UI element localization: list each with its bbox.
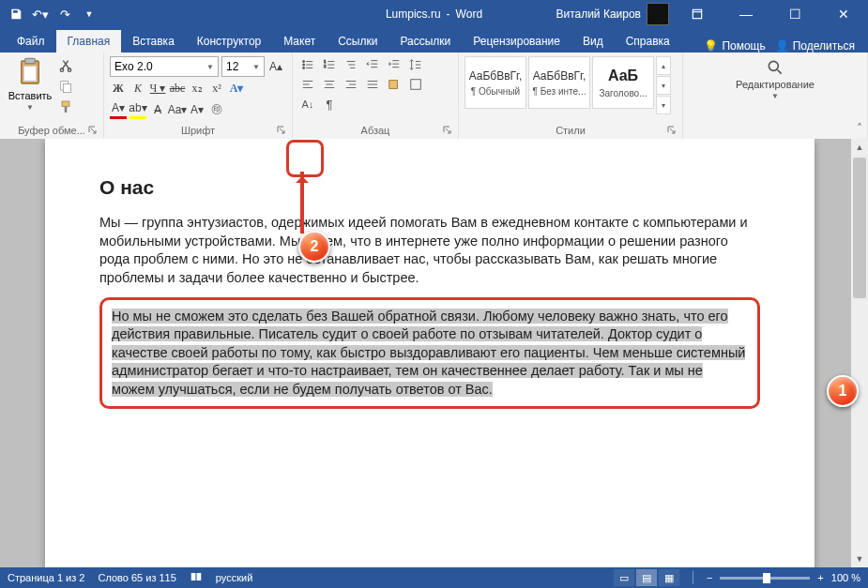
highlight-button[interactable]: ab▾	[129, 99, 146, 119]
scroll-down-icon[interactable]: ▼	[851, 550, 868, 567]
copy-icon[interactable]	[58, 79, 73, 94]
selection-annotation: Но мы не сможем это сделать без Вашей об…	[99, 297, 760, 410]
tab-file[interactable]: Файл	[6, 30, 56, 53]
style-normal[interactable]: АаБбВвГг,¶ Обычный	[464, 56, 526, 109]
zoom-level[interactable]: 100 %	[831, 572, 860, 583]
justify-icon[interactable]	[363, 76, 382, 93]
status-language[interactable]: русский	[216, 572, 252, 583]
align-right-icon[interactable]	[342, 76, 360, 93]
zoom-out-button[interactable]: −	[707, 572, 712, 583]
tab-insert[interactable]: Вставка	[121, 30, 186, 53]
scroll-up-icon[interactable]: ▲	[851, 139, 868, 156]
tab-references[interactable]: Ссылки	[327, 30, 388, 53]
superscript-button[interactable]: x²	[208, 80, 225, 97]
minimize-button[interactable]: —	[725, 0, 767, 28]
styles-launcher-icon[interactable]	[665, 124, 678, 137]
shading-icon[interactable]	[385, 76, 404, 93]
spellcheck-icon[interactable]	[190, 570, 203, 585]
zoom-slider[interactable]	[720, 577, 810, 580]
format-painter-icon[interactable]	[58, 99, 73, 114]
font-size-combo[interactable]: 12▼	[221, 56, 265, 77]
subscript-button[interactable]: x₂	[189, 80, 206, 97]
callout-1: 1	[827, 375, 859, 407]
tab-mailings[interactable]: Рассылки	[388, 30, 462, 53]
svg-point-11	[303, 64, 305, 66]
help-button[interactable]: 💡 Помощь	[704, 39, 765, 53]
annotation-arrow	[300, 172, 304, 234]
zoom-in-button[interactable]: +	[817, 572, 823, 583]
tab-design[interactable]: Конструктор	[186, 30, 272, 53]
tab-review[interactable]: Рецензирование	[462, 30, 571, 53]
paragraph-launcher-icon[interactable]	[441, 124, 454, 137]
maximize-button[interactable]: ☐	[774, 0, 815, 28]
vertical-scrollbar[interactable]: ▲ ▼	[851, 139, 868, 567]
multilevel-icon[interactable]	[342, 56, 360, 73]
page[interactable]: О нас Мы — группа энтузиастов, одержимых…	[45, 139, 815, 567]
group-clipboard-label: Буфер обме...	[18, 125, 85, 136]
callout-2: 2	[298, 231, 330, 263]
collapse-ribbon-icon[interactable]: ˄	[857, 122, 862, 135]
redo-icon[interactable]: ↷	[54, 4, 75, 24]
undo-icon[interactable]: ↶▾	[30, 4, 51, 24]
find-icon[interactable]	[766, 58, 784, 77]
window-title: Lumpics.ru - Word	[386, 8, 482, 21]
tab-home[interactable]: Главная	[56, 30, 122, 53]
qat-dropdown-icon[interactable]: ▼	[79, 4, 99, 24]
show-marks-icon[interactable]: ¶	[320, 96, 339, 113]
svg-point-10	[303, 60, 305, 62]
scroll-thumb[interactable]	[853, 158, 866, 298]
tab-help[interactable]: Справка	[615, 30, 681, 53]
numbering-icon[interactable]: 12	[320, 56, 339, 73]
selected-text[interactable]: Но мы не сможем это сделать без Вашей об…	[112, 309, 745, 397]
align-left-icon[interactable]	[298, 76, 317, 93]
bullets-icon[interactable]	[298, 56, 317, 73]
borders-icon[interactable]	[406, 76, 425, 93]
sort-icon[interactable]: А↓	[298, 96, 317, 113]
text-effects-icon[interactable]: A▾	[228, 80, 245, 97]
strikethrough-button[interactable]: abc	[169, 80, 186, 97]
clipboard-launcher-icon[interactable]	[86, 124, 99, 137]
tab-layout[interactable]: Макет	[272, 30, 327, 53]
paste-button[interactable]: Вставить ▼	[6, 56, 54, 112]
enclose-char-icon[interactable]: ㊞	[208, 101, 225, 118]
style-no-spacing[interactable]: АаБбВвГг,¶ Без инте...	[528, 56, 590, 109]
svg-point-17	[769, 61, 778, 70]
font-launcher-icon[interactable]	[275, 124, 288, 137]
clipboard-icon	[15, 56, 45, 88]
share-button[interactable]: 👤 Поделиться	[775, 39, 855, 53]
app-name: Word	[456, 8, 482, 21]
style-heading1[interactable]: АаБЗаголово...	[592, 56, 654, 109]
grow-font-icon[interactable]: A▴	[267, 58, 284, 75]
ribbon-options-icon[interactable]	[677, 0, 718, 28]
user-account[interactable]: Виталий Каиров	[556, 3, 669, 25]
status-words[interactable]: Слово 65 из 115	[98, 572, 175, 583]
align-center-icon[interactable]	[320, 76, 339, 93]
italic-button[interactable]: К	[129, 80, 146, 97]
font-color-button[interactable]: A▾	[110, 99, 127, 119]
change-case-button[interactable]: Aa▾	[169, 101, 186, 118]
underline-button[interactable]: Ч ▾	[149, 80, 166, 97]
ribbon-tabs: Файл Главная Вставка Конструктор Макет С…	[0, 28, 868, 53]
increase-indent-icon[interactable]	[385, 56, 404, 73]
status-page[interactable]: Страница 1 из 2	[8, 572, 84, 583]
style-gallery-scroll[interactable]: ▴▾▾	[656, 56, 671, 115]
tab-view[interactable]: Вид	[571, 30, 615, 53]
font-name-combo[interactable]: Exo 2.0▼	[110, 56, 219, 77]
save-icon[interactable]	[6, 4, 26, 24]
ribbon: Вставить ▼ Буфер обме... Exo 2.0▼ 12▼ A▴	[0, 53, 868, 140]
decrease-indent-icon[interactable]	[363, 56, 382, 73]
svg-point-12	[303, 67, 305, 68]
close-button[interactable]: ✕	[823, 0, 864, 28]
document-name: Lumpics.ru	[386, 8, 441, 21]
user-name: Виталий Каиров	[556, 8, 641, 21]
line-spacing-icon[interactable]	[406, 56, 425, 73]
shrink-font-icon[interactable]: A▾	[189, 101, 206, 118]
cut-icon[interactable]	[58, 58, 73, 73]
clear-formatting-icon[interactable]: A̶	[149, 101, 166, 118]
view-print-icon[interactable]: ▤	[636, 569, 657, 586]
bold-button[interactable]: Ж	[110, 80, 127, 97]
view-web-icon[interactable]: ▦	[659, 569, 679, 586]
view-read-icon[interactable]: ▭	[614, 569, 634, 586]
group-editing-label[interactable]: Редактирование	[736, 79, 815, 90]
document-area: О нас Мы — группа энтузиастов, одержимых…	[0, 139, 868, 567]
